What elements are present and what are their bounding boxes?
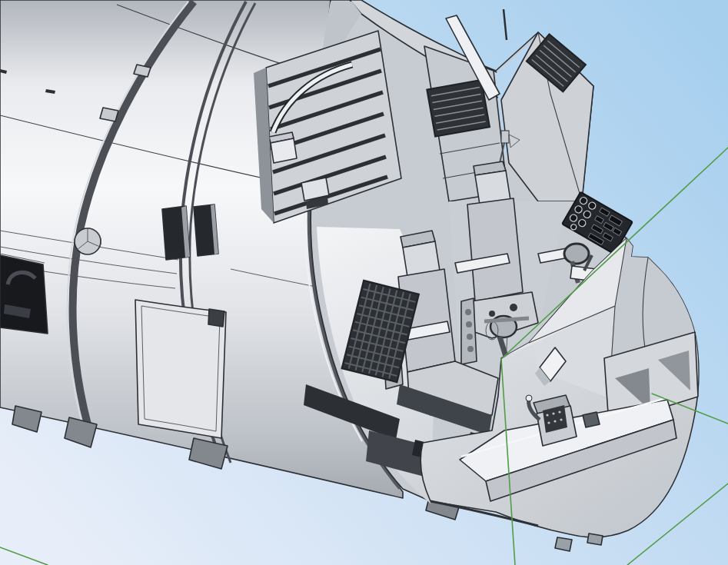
seat-frame — [461, 298, 477, 364]
open-hatch — [0, 254, 48, 334]
lever-knob — [526, 395, 532, 401]
bulkhead-grille — [427, 80, 490, 137]
rack-box — [271, 138, 297, 163]
hatch-recess — [0, 255, 48, 334]
model-render — [0, 0, 728, 565]
ring-clip — [100, 108, 118, 121]
yoke-fitting — [489, 311, 495, 317]
lever-base — [501, 131, 509, 143]
cad-viewport[interactable] — [0, 0, 728, 565]
lever-block — [583, 412, 600, 427]
yoke-hub — [564, 244, 589, 264]
door-recess — [208, 309, 224, 327]
access-door — [135, 300, 226, 438]
antenna-block — [555, 537, 572, 551]
porthole-window — [75, 228, 101, 254]
antenna-block — [587, 533, 603, 545]
seat-back — [467, 198, 523, 301]
yoke-fitting — [510, 304, 517, 311]
